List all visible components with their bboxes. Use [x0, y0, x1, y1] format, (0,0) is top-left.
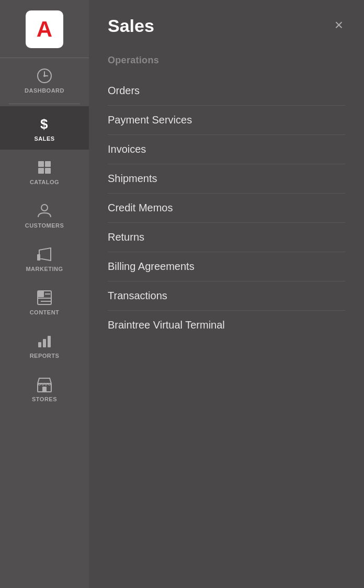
sidebar-item-sales[interactable]: $ SALES	[0, 106, 89, 150]
sidebar-item-marketing[interactable]: MARKETING	[0, 236, 89, 280]
panel-title: Sales	[108, 16, 154, 36]
svg-rect-18	[43, 339, 46, 347]
menu-item-label-shipments: Shipments	[108, 173, 345, 185]
operations-menu-list: Orders Payment Services Invoices Shipmen…	[108, 76, 345, 340]
menu-item-billing-agreements[interactable]: Billing Agreements	[108, 252, 345, 281]
menu-item-label-orders: Orders	[108, 85, 345, 97]
sales-icon: $	[36, 116, 53, 132]
content-icon	[36, 289, 53, 306]
sidebar-item-stores[interactable]: STORES	[0, 367, 89, 410]
svg-point-9	[41, 205, 48, 211]
menu-item-label-payment-services: Payment Services	[108, 114, 345, 126]
close-button[interactable]: ×	[333, 16, 345, 35]
sidebar-item-content[interactable]: CONTENT	[0, 280, 89, 323]
customers-icon	[36, 202, 53, 219]
sidebar-item-dashboard[interactable]: DASHBOARD	[0, 58, 89, 101]
sidebar-item-reports[interactable]: REPORTS	[0, 323, 89, 367]
stores-icon	[36, 376, 53, 393]
sidebar-item-label-customers: CUSTOMERS	[25, 222, 64, 229]
sidebar-item-catalog[interactable]: CATALOG	[0, 150, 89, 193]
menu-item-transactions[interactable]: Transactions	[108, 281, 345, 311]
reports-icon	[36, 333, 53, 349]
logo-box: A	[26, 10, 63, 48]
sidebar-item-label-dashboard: DASHBOARD	[25, 87, 64, 94]
sales-panel: Sales × Operations Orders Payment Servic…	[89, 0, 364, 588]
catalog-icon	[36, 159, 53, 176]
sidebar-item-label-marketing: MARKETING	[26, 266, 63, 272]
dashboard-icon	[36, 67, 53, 84]
sidebar-item-label-content: CONTENT	[30, 309, 60, 315]
sidebar-item-customers[interactable]: CUSTOMERS	[0, 193, 89, 236]
logo-letter: A	[37, 18, 52, 40]
svg-rect-11	[37, 254, 40, 261]
menu-item-shipments[interactable]: Shipments	[108, 164, 345, 194]
menu-item-label-transactions: Transactions	[108, 290, 345, 302]
svg-text:$: $	[40, 116, 48, 132]
panel-header: Sales ×	[108, 16, 345, 36]
sidebar-item-label-reports: REPORTS	[30, 353, 60, 359]
menu-item-label-billing-agreements: Billing Agreements	[108, 261, 345, 273]
svg-point-3	[43, 75, 46, 77]
menu-item-payment-services[interactable]: Payment Services	[108, 106, 345, 135]
svg-rect-21	[42, 387, 47, 392]
svg-rect-6	[45, 161, 51, 167]
svg-rect-7	[38, 168, 44, 174]
sidebar-divider-1	[9, 104, 80, 104]
svg-rect-19	[48, 336, 51, 347]
operations-heading: Operations	[108, 55, 345, 66]
sidebar-item-label-stores: STORES	[32, 396, 57, 402]
marketing-icon	[36, 246, 53, 263]
menu-item-label-credit-memos: Credit Memos	[108, 202, 345, 214]
svg-rect-17	[38, 342, 41, 347]
menu-item-label-invoices: Invoices	[108, 143, 345, 155]
svg-rect-8	[45, 168, 51, 174]
menu-item-label-returns: Returns	[108, 231, 345, 243]
svg-rect-5	[38, 161, 44, 167]
sidebar-item-label-sales: SALES	[34, 135, 54, 142]
menu-item-label-braintree: Braintree Virtual Terminal	[108, 319, 345, 331]
svg-rect-13	[38, 291, 44, 297]
sidebar-item-label-catalog: CATALOG	[30, 179, 59, 185]
operations-section: Operations Orders Payment Services Invoi…	[108, 55, 345, 340]
menu-item-orders[interactable]: Orders	[108, 76, 345, 106]
menu-item-credit-memos[interactable]: Credit Memos	[108, 194, 345, 223]
menu-item-braintree[interactable]: Braintree Virtual Terminal	[108, 311, 345, 340]
logo-container: A	[0, 0, 89, 58]
menu-item-returns[interactable]: Returns	[108, 223, 345, 252]
svg-marker-10	[39, 248, 51, 261]
menu-item-invoices[interactable]: Invoices	[108, 135, 345, 164]
sidebar: A DASHBOARD $ SALES CATALOG	[0, 0, 89, 588]
